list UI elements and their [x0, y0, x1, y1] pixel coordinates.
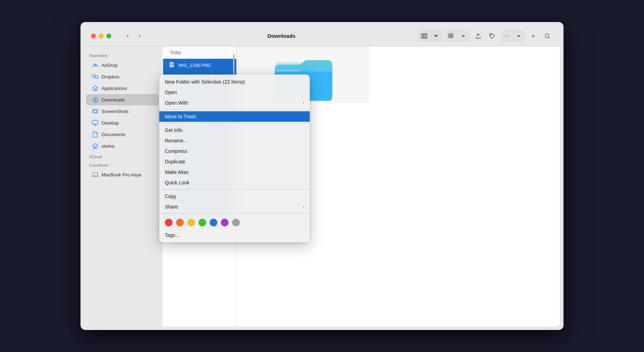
svg-rect-5	[451, 34, 453, 35]
context-menu: New Folder with Selection (22 Items) Ope…	[159, 75, 310, 242]
separator-2	[159, 123, 310, 124]
separator-3	[159, 189, 310, 190]
file-list-header: Today	[163, 47, 236, 59]
sidebar-item-desktop[interactable]: Desktop	[86, 117, 159, 128]
svg-marker-10	[517, 35, 520, 37]
titlebar: ‹ › Downloads	[84, 26, 560, 47]
svg-rect-14	[92, 75, 95, 77]
sidebar-item-airdrop[interactable]: AirDrop	[86, 59, 159, 71]
svg-marker-3	[434, 35, 438, 37]
window-title: Downloads	[149, 33, 414, 39]
sidebar-starka-label: starka	[102, 143, 114, 149]
sidebar-dropbox-label: Dropbox	[102, 74, 119, 79]
sidebar-desktop-label: Desktop	[102, 120, 119, 126]
search-btn[interactable]	[542, 30, 553, 42]
sidebar-item-macbook[interactable]: MacBook Pro Asya	[86, 169, 159, 180]
forward-button[interactable]: ›	[134, 31, 145, 41]
back-button[interactable]: ‹	[122, 31, 133, 41]
context-menu-get-info[interactable]: Get Info	[159, 125, 310, 135]
window-wrapper: ‹ › Downloads	[80, 22, 564, 330]
file-name-img1188: IMG_1188.PNG	[178, 63, 211, 68]
sidebar-screenshots-label: ScreenShots	[102, 109, 128, 114]
airdrop-icon	[92, 62, 99, 69]
sidebar-item-documents[interactable]: Documents	[86, 129, 159, 140]
svg-rect-4	[449, 34, 450, 35]
context-menu-open[interactable]: Open	[159, 87, 310, 98]
svg-rect-2	[426, 34, 427, 38]
context-menu-new-folder[interactable]: New Folder with Selection (22 Items)	[159, 77, 310, 87]
tag-gray[interactable]	[232, 219, 240, 226]
toolbar-actions: ··· »	[418, 30, 553, 42]
sidebar-item-applications[interactable]: Applications	[86, 83, 159, 94]
separator-4	[159, 213, 310, 214]
minimize-button[interactable]	[99, 34, 104, 38]
context-menu-move-to-trash[interactable]: Move to Trash	[159, 111, 310, 122]
context-menu-make-alias[interactable]: Make Alias	[159, 167, 310, 177]
separator-1	[159, 110, 310, 110]
context-menu-quick-look[interactable]: Quick Look	[159, 177, 310, 188]
desktop-icon	[92, 119, 99, 126]
context-menu-tags[interactable]: Tags...	[159, 230, 310, 240]
view-arrange-btn[interactable]	[430, 30, 442, 42]
documents-icon	[92, 131, 99, 138]
close-button[interactable]	[91, 34, 96, 38]
tag-btn[interactable]	[486, 30, 498, 42]
svg-rect-25	[170, 63, 173, 65]
svg-rect-20	[92, 120, 98, 124]
content-area: Favorites AirDrop	[84, 47, 560, 326]
sidebar-item-downloads[interactable]: Downloads	[86, 94, 159, 105]
share-arrow: ›	[303, 204, 304, 209]
nav-buttons: ‹ ›	[122, 31, 145, 41]
sidebar-item-dropbox[interactable]: Dropbox	[86, 71, 159, 82]
applications-icon	[92, 85, 99, 92]
traffic-lights	[91, 34, 111, 38]
sidebar-documents-label: Documents	[102, 132, 125, 137]
context-menu-duplicate[interactable]: Duplicate	[159, 156, 310, 167]
color-tags-row	[159, 215, 310, 230]
context-menu-share[interactable]: Share ›	[159, 202, 310, 212]
context-menu-copy[interactable]: Copy	[159, 191, 310, 202]
context-menu-rename[interactable]: Rename...	[159, 135, 310, 146]
view-switcher	[418, 30, 442, 42]
context-menu-open-with[interactable]: Open With ›	[159, 98, 310, 108]
file-icon-img1188	[169, 61, 176, 69]
sidebar-item-starka[interactable]: starka	[86, 140, 159, 152]
svg-rect-0	[421, 34, 423, 38]
svg-rect-55	[276, 70, 301, 72]
file-item-img1188[interactable]: IMG_1188.PNG	[163, 59, 236, 71]
finder-window: ‹ › Downloads	[84, 26, 560, 326]
context-menu-compress[interactable]: Compress	[159, 146, 310, 156]
tag-red[interactable]	[165, 219, 173, 226]
sidebar-applications-label: Applications	[102, 86, 127, 91]
macbook-icon	[92, 171, 99, 178]
sidebar-macbook-label: MacBook Pro Asya	[102, 172, 141, 177]
more-options-arrow[interactable]	[513, 30, 524, 42]
tag-green[interactable]	[198, 219, 206, 226]
extend-btn[interactable]: »	[528, 30, 539, 42]
svg-line-12	[548, 37, 550, 38]
svg-marker-8	[462, 35, 465, 37]
favorites-label: Favorites	[84, 51, 161, 59]
more-options-btn[interactable]: ···	[501, 30, 512, 42]
tag-purple[interactable]	[221, 219, 229, 226]
column-view-btn[interactable]	[419, 30, 430, 42]
icloud-label: iCloud	[84, 152, 161, 160]
tag-yellow[interactable]	[187, 219, 195, 226]
dropbox-icon	[92, 73, 99, 80]
screenshots-icon	[92, 108, 99, 115]
locations-label: Locations	[84, 160, 161, 169]
sidebar-item-screenshots[interactable]: ScreenShots	[86, 106, 159, 117]
gallery-view-btn[interactable]	[446, 30, 457, 42]
gallery-arrange-btn[interactable]	[458, 30, 469, 42]
starka-icon	[92, 142, 99, 149]
svg-rect-1	[424, 34, 425, 38]
tag-orange[interactable]	[176, 219, 184, 226]
downloads-icon	[92, 96, 99, 103]
svg-rect-15	[96, 76, 98, 78]
sidebar: Favorites AirDrop	[84, 47, 161, 326]
svg-point-11	[545, 34, 549, 37]
maximize-button[interactable]	[106, 34, 111, 38]
svg-rect-23	[93, 173, 98, 176]
tag-blue[interactable]	[210, 219, 217, 226]
share-btn[interactable]	[472, 30, 484, 42]
